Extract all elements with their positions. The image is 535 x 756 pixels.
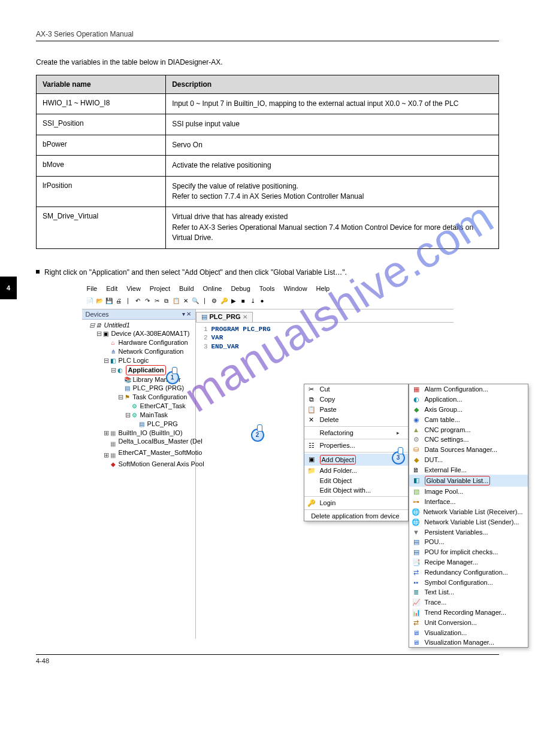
print-icon[interactable]: 🖨 [114,297,123,305]
tree-net-config[interactable]: ⋔ Network Configuration [101,347,194,356]
save-icon[interactable]: 💾 [105,297,113,305]
menu-item-symbol-config[interactable]: ▪▪Symbol Configuration... [409,578,528,587]
menu-debug[interactable]: Debug [231,285,250,292]
login-icon[interactable]: 🔑 [220,297,228,305]
tree-softmotion-pool[interactable]: ◆ SoftMotion General Axis Pool [101,460,194,469]
tree-ecat-master[interactable]: ⊞▦ EtherCAT_Master_SoftMotion (EtherCAT … [101,448,194,460]
menu-item-global-variable-list[interactable]: ◧Global Variable List... [409,475,528,487]
menu-view[interactable]: View [126,285,141,292]
tree-maintask[interactable]: ⊟⚙ MainTask [123,411,194,420]
editor-tab-plcprg[interactable]: ▤ PLC_PRG ✕ [196,312,253,322]
menu-item-recipe[interactable]: 📑Recipe Manager... [409,557,528,567]
paste-icon[interactable]: 📋 [172,297,180,305]
menu-file[interactable]: File [87,285,98,292]
alarm-icon: ▦ [412,385,421,393]
cell-desc: SSI pulse input value [166,114,499,135]
menu-item-alarm-config[interactable]: ▦Alarm Configuration... [409,384,528,394]
sep-icon: | [201,297,209,305]
visu-mgr-icon: 🖥 [412,639,421,646]
menu-item-delete[interactable]: ✕Delete [304,415,408,425]
tree-builtin-io[interactable]: ⊞▦ BuiltIn_IO (BuiltIn_IO) [101,429,194,438]
menu-item-interface[interactable]: ⊶Interface... [409,497,528,507]
menu-item-add-folder[interactable]: 📁Add Folder... [304,466,408,476]
menu-item-login[interactable]: 🔑Login [304,498,408,508]
menu-window[interactable]: Window [283,285,307,292]
cut-icon[interactable]: ✂ [153,297,161,305]
breakpoint-icon[interactable]: ● [258,297,267,305]
open-icon[interactable]: 📂 [95,297,104,305]
table-row: SSI_Position SSI pulse input value [37,114,499,135]
editor-code[interactable]: 1PROGRAM PLC_PRG 2VAR 3END_VAR [196,323,454,354]
menu-item-text-list[interactable]: ≣Text List... [409,587,528,597]
tree-task-config[interactable]: ⊟⚑ Task Configuration [116,393,194,402]
delete-icon[interactable]: ✕ [182,297,190,305]
menu-item-external-file[interactable]: 🗎External File... [409,465,528,475]
menu-item-delete-app[interactable]: Delete application from device [304,511,408,521]
close-icon[interactable]: ✕ [243,314,247,320]
menu-item-nvl-receiver[interactable]: 🌐Network Variable List (Receiver)... [409,507,528,517]
menu-item-cnc-settings[interactable]: ⚙CNC settings... [409,435,528,445]
cell-desc: Input 0 ~ Input 7 in Builtin_IO, mapping… [166,94,499,114]
trend-icon: 📊 [412,609,421,617]
menu-item-pou[interactable]: ▤POU... [409,537,528,547]
menu-edit[interactable]: Edit [106,285,117,292]
menu-item-cnc-program[interactable]: ▲CNC program... [409,425,528,435]
menu-item-properties[interactable]: ☷Properties... [304,441,408,451]
new-icon[interactable]: 📄 [86,297,94,305]
menu-project[interactable]: Project [150,285,170,292]
menu-item-refactoring[interactable]: Refactoring [304,428,408,438]
redo-icon[interactable]: ↷ [143,297,152,305]
tab-label: PLC_PRG [210,313,241,320]
menu-item-visualization[interactable]: 🖥Visualization... [409,628,528,637]
menu-help[interactable]: Help [316,285,330,292]
pane-controls[interactable]: ▾ ✕ [182,311,192,318]
find-icon[interactable]: 🔍 [191,297,200,305]
menu-item-axis-group[interactable]: ◆Axis Group... [409,405,528,415]
devices-pane: Devices ▾ ✕ ⊟🗎 Untitled1 ⊟▣ Device (AX-3… [82,309,196,639]
interface-icon: ⊶ [412,498,421,506]
tree-plc-prg[interactable]: ▤ PLC_PRG (PRG) [116,384,194,393]
menu-item-unit-conversion[interactable]: ⇄Unit Conversion... [409,618,528,628]
build-icon[interactable]: ⚙ [210,297,219,305]
copy-icon[interactable]: ⧉ [162,297,171,305]
menu-item-trace[interactable]: 📈Trace... [409,597,528,608]
run-icon[interactable]: ▶ [229,297,238,305]
menu-item-pou-implicit[interactable]: ▤POU for implicit checks... [409,547,528,557]
stop-icon[interactable]: ■ [239,297,247,305]
menu-item-edit-object[interactable]: Edit Object [304,476,408,485]
tree-localbus[interactable]: ▦ Delta_LocalBus_Master (Delta LocalBus … [101,437,194,448]
recipe-icon: 📑 [412,558,421,566]
menu-item-dut[interactable]: ◆DUT... [409,455,528,465]
menu-item-image-pool[interactable]: ▧Image Pool... [409,487,528,497]
tree-device[interactable]: ⊟▣ Device (AX-308EA0MA1T) [94,329,194,338]
folder-icon: 📁 [307,467,316,475]
instruction-text: Right click on "Application" and then se… [44,267,347,278]
menu-online[interactable]: Online [203,285,222,292]
undo-icon[interactable]: ↶ [134,297,142,305]
menu-tools[interactable]: Tools [259,285,275,292]
menu-item-paste[interactable]: 📋Paste [304,405,408,415]
tree-plc-logic[interactable]: ⊟◧ PLC Logic [101,356,194,365]
tree-ecat-task[interactable]: ⚙ EtherCAT_Task [123,402,194,411]
menu-item-nvl-sender[interactable]: 🌐Network Variable List (Sender)... [409,517,528,527]
menu-item-trend[interactable]: 📊Trend Recording Manager... [409,608,528,618]
menu-build[interactable]: Build [179,285,194,292]
step-icon[interactable]: ⤓ [249,297,257,305]
menu-item-cut[interactable]: ✂Cut [304,384,408,394]
tree-library-manager[interactable]: 📚 Library Manager [116,375,194,384]
tree-root[interactable]: ⊟🗎 Untitled1 [87,321,194,330]
menu-item-cam-table[interactable]: ◉Cam table... [409,415,528,425]
menu-item-visualization-mgr[interactable]: 🖥Visualization Manager... [409,637,528,647]
table-row: bPower Servo On [37,135,499,155]
file-icon: 🗎 [412,466,421,473]
tree-application[interactable]: ⊟◐ Application [108,365,194,375]
tree-hw-config[interactable]: ⌂ Hardware Configuration [101,338,194,347]
menu-item-data-sources[interactable]: ⛁Data Sources Manager... [409,445,528,455]
settings-icon: ⚙ [412,436,421,444]
menu-item-application[interactable]: ◐Application... [409,394,528,405]
tree-task-prg[interactable]: ▤ PLC_PRG [130,420,194,429]
menu-item-persistent-vars[interactable]: ▼Persistent Variables... [409,527,528,537]
menu-item-redundancy[interactable]: ⇄Redundancy Configuration... [409,567,528,578]
menu-item-copy[interactable]: ⧉Copy [304,394,408,405]
menu-item-edit-object-with[interactable]: Edit Object with... [304,485,408,495]
